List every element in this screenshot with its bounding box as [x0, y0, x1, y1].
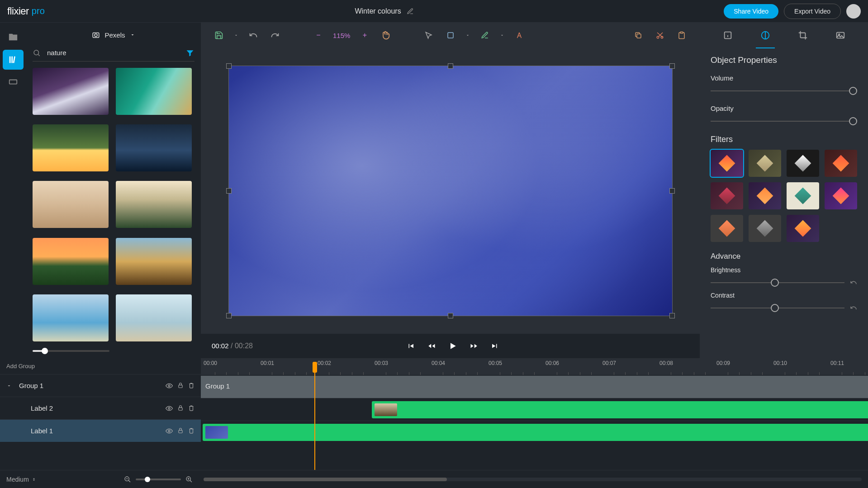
forward-icon[interactable]: [470, 342, 478, 350]
skip-end-icon[interactable]: [491, 342, 499, 350]
filter-thumb[interactable]: [825, 182, 857, 209]
filter-thumb[interactable]: [711, 215, 743, 242]
quality-dropdown[interactable]: Medium: [6, 476, 36, 483]
media-thumb[interactable]: [116, 294, 192, 341]
media-thumb[interactable]: [33, 181, 109, 228]
share-button[interactable]: Share Video: [724, 4, 778, 19]
sidebar-folder-icon[interactable]: [3, 27, 24, 47]
tab-crop-icon[interactable]: [793, 27, 812, 44]
avatar[interactable]: [846, 4, 861, 19]
draw-tool-icon[interactable]: [476, 26, 494, 44]
filter-thumb[interactable]: [787, 182, 819, 209]
track-label-row[interactable]: Label 1: [0, 419, 201, 442]
cursor-tool-icon[interactable]: [420, 26, 438, 44]
zoom-percent[interactable]: 115%: [330, 32, 353, 39]
chevron-down-icon[interactable]: [6, 383, 14, 389]
copy-icon[interactable]: [629, 26, 647, 44]
resize-handle[interactable]: [226, 313, 232, 318]
visibility-icon[interactable]: [166, 427, 173, 435]
brightness-reset-icon[interactable]: [850, 279, 857, 286]
resize-handle[interactable]: [226, 188, 232, 194]
contrast-slider[interactable]: [711, 304, 844, 312]
opacity-slider[interactable]: [711, 118, 857, 125]
zoom-out-icon[interactable]: −: [309, 26, 327, 44]
track-label-row[interactable]: Label 2: [0, 397, 201, 419]
cut-icon[interactable]: [651, 26, 669, 44]
filter-thumb[interactable]: [749, 182, 781, 209]
brightness-slider[interactable]: [711, 279, 844, 286]
lock-icon[interactable]: [177, 382, 184, 389]
media-thumb[interactable]: [33, 68, 109, 115]
timeline-clip[interactable]: [203, 424, 868, 441]
delete-icon[interactable]: [188, 382, 194, 389]
resize-handle[interactable]: [226, 63, 232, 69]
skip-start-icon[interactable]: [407, 342, 415, 350]
media-thumb[interactable]: [33, 238, 109, 285]
edit-title-icon[interactable]: [407, 8, 414, 15]
track-row[interactable]: [201, 398, 868, 421]
play-icon[interactable]: [448, 341, 457, 351]
save-icon[interactable]: [210, 26, 228, 44]
svg-point-20: [168, 430, 170, 432]
timeline-clip[interactable]: [372, 401, 868, 418]
filter-thumb[interactable]: [711, 182, 743, 209]
sidebar-display-icon[interactable]: [3, 72, 24, 92]
shape-dropdown-icon[interactable]: [463, 26, 472, 44]
add-group-button[interactable]: Add Group: [0, 358, 201, 374]
filter-thumb[interactable]: [711, 150, 743, 177]
timeline-scrollbar[interactable]: [204, 478, 862, 481]
track-label-row[interactable]: Group 1: [0, 374, 201, 397]
visibility-icon[interactable]: [166, 405, 173, 412]
timeline-ruler[interactable]: 00:0000:0100:0200:0300:0400:0500:0600:07…: [201, 358, 868, 375]
filter-thumb[interactable]: [787, 215, 819, 242]
shape-tool-icon[interactable]: [441, 26, 460, 44]
filter-thumb[interactable]: [749, 215, 781, 242]
visibility-icon[interactable]: [166, 382, 173, 389]
sidebar-library-icon[interactable]: [3, 50, 24, 70]
save-dropdown-icon[interactable]: [232, 26, 241, 44]
filter-thumb[interactable]: [749, 150, 781, 177]
canvas-frame[interactable]: [229, 66, 672, 316]
filter-icon[interactable]: [185, 48, 194, 57]
thumbnail-size-slider[interactable]: [33, 349, 194, 353]
contrast-reset-icon[interactable]: [850, 304, 857, 312]
export-button[interactable]: Export Video: [784, 4, 841, 19]
filter-thumb[interactable]: [825, 150, 857, 177]
rewind-icon[interactable]: [427, 342, 436, 350]
media-thumb[interactable]: [116, 238, 192, 285]
lock-icon[interactable]: [177, 405, 184, 412]
draw-dropdown-icon[interactable]: [498, 26, 507, 44]
track-area[interactable]: 00:0000:0100:0200:0300:0400:0500:0600:07…: [201, 358, 868, 470]
zoom-in-icon[interactable]: [185, 476, 193, 483]
search-input[interactable]: [45, 46, 181, 59]
resize-handle[interactable]: [669, 313, 675, 318]
media-thumb[interactable]: [116, 68, 192, 115]
tab-adjust-icon[interactable]: [756, 27, 775, 44]
source-dropdown[interactable]: Pexels: [33, 28, 194, 42]
resize-handle[interactable]: [448, 313, 453, 318]
resize-handle[interactable]: [669, 63, 675, 69]
volume-slider[interactable]: [711, 87, 857, 95]
tab-info-icon[interactable]: [718, 27, 737, 44]
media-thumb[interactable]: [116, 124, 192, 171]
filter-thumb[interactable]: [787, 150, 819, 177]
media-thumb[interactable]: [33, 124, 109, 171]
zoom-out-icon[interactable]: [124, 476, 131, 483]
redo-icon[interactable]: [266, 26, 284, 44]
track-row-group[interactable]: Group 1: [201, 375, 868, 398]
timeline-zoom-slider[interactable]: [136, 479, 181, 480]
text-tool-icon[interactable]: [510, 26, 528, 44]
media-thumb[interactable]: [33, 294, 109, 341]
zoom-in-icon[interactable]: +: [356, 26, 374, 44]
hand-tool-icon[interactable]: [376, 26, 394, 44]
media-thumb[interactable]: [116, 181, 192, 228]
delete-icon[interactable]: [188, 427, 194, 435]
track-row[interactable]: [201, 421, 868, 443]
undo-icon[interactable]: [244, 26, 262, 44]
resize-handle[interactable]: [669, 188, 675, 194]
delete-icon[interactable]: [188, 405, 194, 412]
paste-icon[interactable]: [673, 26, 691, 44]
lock-icon[interactable]: [177, 427, 184, 435]
tab-image-icon[interactable]: [831, 27, 850, 44]
resize-handle[interactable]: [448, 63, 453, 69]
